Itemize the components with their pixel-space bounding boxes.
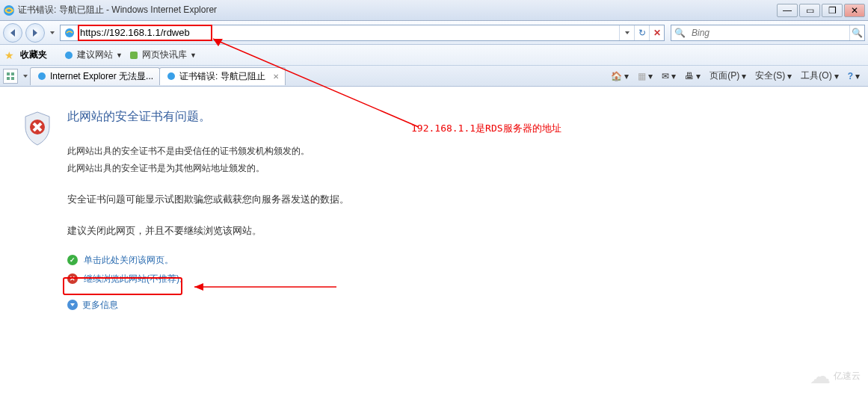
help-button[interactable]: ?▾ (844, 69, 864, 83)
mail-icon: ✉ (662, 71, 669, 81)
svg-point-1 (65, 28, 74, 37)
home-button[interactable]: 🏠▾ (607, 69, 632, 83)
favorites-bar: ★ 收藏夹 建议网站 ▼ 网页快讯库 ▼ (0, 45, 868, 66)
url-input[interactable] (79, 25, 619, 40)
more-info-toggle[interactable]: 更多信息 (67, 299, 846, 312)
stop-icon: ✕ (653, 28, 661, 38)
address-bar: ↻ ✕ (60, 25, 665, 41)
search-icon: 🔍 (674, 28, 686, 38)
window-titlebar: 证书错误: 导航已阻止 - Windows Internet Explorer … (0, 0, 868, 21)
print-icon: 🖶 (685, 71, 694, 81)
webslice-icon (129, 50, 139, 61)
grid-icon (6, 72, 15, 81)
svg-point-8 (38, 72, 46, 80)
suggested-sites-label: 建议网站 (77, 49, 113, 61)
restore-button[interactable]: ❐ (822, 4, 843, 17)
quick-tabs-button[interactable] (3, 69, 18, 84)
close-page-action: ✓ 单击此处关闭该网页。 (67, 254, 846, 267)
close-page-link[interactable]: 单击此处关闭该网页。 (84, 254, 173, 267)
cert-error-text: 此网站出具的安全证书不是由受信任的证书颁发机构颁发的。 此网站出具的安全证书是为… (67, 143, 846, 177)
cert-warning-text: 安全证书问题可能显示试图欺骗您或截获您向服务器发送的数据。 (67, 191, 846, 209)
chevron-down-icon (23, 75, 28, 78)
chevron-down-icon (625, 31, 630, 34)
svg-point-9 (167, 72, 175, 80)
refresh-button[interactable]: ↻ (634, 25, 649, 40)
tab-bar: Internet Explorer 无法显... 证书错误: 导航已阻止 ✕ 🏠… (0, 66, 868, 87)
continue-action: ✕ 继续浏览此网站(不推荐)。 (67, 273, 846, 285)
arrow-left-icon (10, 29, 15, 37)
tab-close-button[interactable]: ✕ (273, 72, 279, 81)
search-go-button[interactable]: 🔍 (849, 25, 864, 40)
mail-button[interactable]: ✉▾ (658, 69, 680, 83)
page-menu[interactable]: 页面(P) ▾ (706, 68, 750, 84)
tab-label: 证书错误: 导航已阻止 (179, 70, 265, 83)
window-title: 证书错误: 导航已阻止 - Windows Internet Explorer (18, 4, 777, 16)
print-button[interactable]: 🖶▾ (681, 69, 704, 83)
rss-icon: ▦ (638, 71, 646, 81)
shield-ok-icon: ✓ (67, 255, 78, 265)
continue-link[interactable]: 继续浏览此网站(不推荐)。 (84, 273, 188, 285)
suggested-sites-link[interactable]: 建议网站 ▼ (64, 49, 123, 61)
svg-rect-3 (130, 52, 138, 59)
address-dropdown[interactable] (619, 25, 634, 40)
home-icon: 🏠 (611, 71, 622, 81)
svg-rect-7 (11, 77, 14, 80)
tab-list-dropdown[interactable] (21, 75, 30, 78)
tools-menu[interactable]: 工具(O) ▾ (797, 68, 842, 84)
stop-button[interactable]: ✕ (649, 25, 664, 40)
annotation-text: 192.168.1.1是RDS服务器的地址 (411, 122, 561, 135)
search-input[interactable] (689, 26, 849, 40)
arrow-right-icon (33, 29, 37, 37)
ie-icon (37, 71, 47, 81)
svg-rect-5 (11, 72, 14, 75)
cloud-icon: ☁ (810, 364, 831, 389)
tools-menu-label: 工具(O) (801, 69, 831, 82)
shield-warn-icon: ✕ (67, 273, 78, 284)
ie-icon (166, 71, 176, 81)
favorites-star-icon[interactable]: ★ (4, 49, 14, 61)
more-info-label: 更多信息 (82, 299, 118, 312)
minimize-button[interactable]: — (777, 4, 798, 17)
maximize-button[interactable]: ▭ (799, 4, 820, 17)
cert-line: 此网站出具的安全证书不是由受信任的证书颁发机构颁发的。 (67, 143, 846, 160)
window-controls: — ▭ ❐ ✕ (777, 4, 865, 17)
cert-error-body: 此网站的安全证书有问题。 此网站出具的安全证书不是由受信任的证书颁发机构颁发的。… (67, 109, 846, 312)
refresh-icon: ↻ (638, 28, 646, 38)
search-go-icon: 🔍 (852, 28, 863, 38)
cert-recommend-text: 建议关闭此网页，并且不要继续浏览该网站。 (67, 222, 846, 241)
page-menu-label: 页面(P) (710, 69, 739, 82)
cert-line: 此网站出具的安全证书是为其他网站地址颁发的。 (67, 160, 846, 177)
ie-page-icon (64, 27, 76, 39)
favorites-label[interactable]: 收藏夹 (20, 49, 47, 61)
svg-rect-4 (7, 72, 10, 75)
shield-error-icon (22, 111, 52, 146)
watermark: ☁ 亿速云 (810, 364, 861, 389)
search-box: 🔍 🔍 (671, 25, 865, 41)
close-button[interactable]: ✕ (844, 4, 865, 17)
command-bar: 🏠▾ ▦▾ ✉▾ 🖶▾ 页面(P) ▾ 安全(S) ▾ 工具(O) ▾ ?▾ (607, 68, 864, 84)
feeds-button[interactable]: ▦▾ (634, 69, 656, 83)
navigation-bar: ↻ ✕ 🔍 🔍 (0, 21, 868, 45)
expand-icon (67, 300, 78, 310)
watermark-text: 亿速云 (834, 370, 861, 383)
help-icon: ? (848, 71, 853, 81)
chevron-down-icon (50, 31, 55, 34)
back-button[interactable] (3, 23, 22, 43)
tab-cert-error[interactable]: 证书错误: 导航已阻止 ✕ (159, 67, 286, 85)
nav-history-dropdown[interactable] (48, 31, 57, 34)
safety-menu-label: 安全(S) (755, 69, 785, 82)
ie-icon (3, 4, 15, 16)
tab-ie-cannot-display[interactable]: Internet Explorer 无法显... (30, 67, 160, 85)
svg-rect-6 (7, 77, 10, 80)
safety-menu[interactable]: 安全(S) ▾ (751, 68, 795, 84)
svg-point-2 (65, 52, 73, 59)
webslice-label: 网页快讯库 (142, 49, 187, 61)
webslice-link[interactable]: 网页快讯库 ▼ (129, 49, 197, 61)
tab-label: Internet Explorer 无法显... (50, 70, 153, 83)
forward-button[interactable] (25, 23, 45, 43)
page-icon (64, 50, 74, 61)
